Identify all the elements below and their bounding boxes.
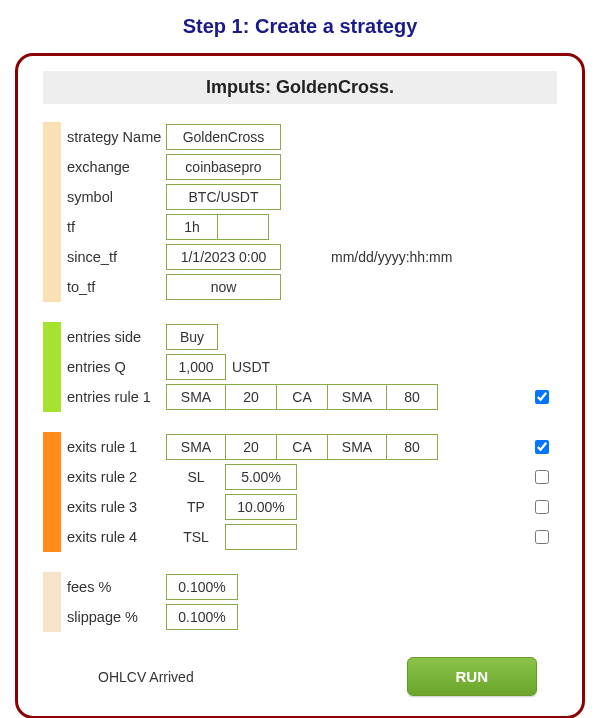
hint-since-tf: mm/dd/yyyy:hh:mm xyxy=(331,249,452,265)
input-since-tf[interactable]: 1/1/2023 0:00 xyxy=(166,244,281,270)
row-exits-rule2: exits rule 2 SL 5.00% xyxy=(61,462,557,492)
entries-section: entries side Buy entries Q 1,000 USDT en… xyxy=(43,322,557,412)
input-tf[interactable]: 1h xyxy=(166,214,218,240)
bottom-row: OHLCV Arrived RUN xyxy=(43,657,557,696)
row-exits-rule3: exits rule 3 TP 10.00% xyxy=(61,492,557,522)
config-color-bar xyxy=(43,122,61,302)
status-text: OHLCV Arrived xyxy=(98,669,194,685)
label-to-tf: to_tf xyxy=(61,279,166,295)
input-symbol[interactable]: BTC/USDT xyxy=(166,184,281,210)
checkbox-exits-rule1[interactable] xyxy=(535,440,549,454)
checkbox-entries-rule1[interactable] xyxy=(535,390,549,404)
label-symbol: symbol xyxy=(61,189,166,205)
input-entries-rule1-c3[interactable]: SMA xyxy=(327,384,387,410)
checkbox-exits-rule3[interactable] xyxy=(535,500,549,514)
label-since-tf: since_tf xyxy=(61,249,166,265)
input-exits-rule4-value[interactable] xyxy=(225,524,297,550)
row-symbol: symbol BTC/USDT xyxy=(61,182,557,212)
exits-color-bar xyxy=(43,432,61,552)
label-entries-rule1: entries rule 1 xyxy=(61,389,166,405)
label-slippage: slippage % xyxy=(61,609,166,625)
input-exits-rule3-value[interactable]: 10.00% xyxy=(225,494,297,520)
inputs-header: Imputs: GoldenCross. xyxy=(43,71,557,104)
strategy-panel: Imputs: GoldenCross. strategy Name Golde… xyxy=(15,53,585,718)
input-exits-rule1-c4[interactable]: 80 xyxy=(386,434,438,460)
input-tf-extra[interactable] xyxy=(217,214,269,240)
row-to-tf: to_tf now xyxy=(61,272,557,302)
label-exits-rule3: exits rule 3 xyxy=(61,499,166,515)
row-exchange: exchange coinbasepro xyxy=(61,152,557,182)
input-entries-rule1-c4[interactable]: 80 xyxy=(386,384,438,410)
input-entries-rule1-c0[interactable]: SMA xyxy=(166,384,226,410)
input-entries-q[interactable]: 1,000 xyxy=(166,354,226,380)
input-exits-rule4-type[interactable]: TSL xyxy=(166,524,226,550)
input-exits-rule1-c1[interactable]: 20 xyxy=(225,434,277,460)
input-fees[interactable]: 0.100% xyxy=(166,574,238,600)
row-entries-q: entries Q 1,000 USDT xyxy=(61,352,557,382)
input-entries-rule1-c2[interactable]: CA xyxy=(276,384,328,410)
label-exits-rule2: exits rule 2 xyxy=(61,469,166,485)
row-fees: fees % 0.100% xyxy=(61,572,557,602)
row-strategy-name: strategy Name GoldenCross xyxy=(61,122,557,152)
input-exits-rule1-c3[interactable]: SMA xyxy=(327,434,387,460)
row-exits-rule1: exits rule 1 SMA 20 CA SMA 80 xyxy=(61,432,557,462)
input-to-tf[interactable]: now xyxy=(166,274,281,300)
input-exits-rule1-c0[interactable]: SMA xyxy=(166,434,226,460)
row-slippage: slippage % 0.100% xyxy=(61,602,557,632)
row-exits-rule4: exits rule 4 TSL xyxy=(61,522,557,552)
checkbox-exits-rule2[interactable] xyxy=(535,470,549,484)
row-tf: tf 1h xyxy=(61,212,557,242)
exits-section: exits rule 1 SMA 20 CA SMA 80 exits rule… xyxy=(43,432,557,552)
label-exchange: exchange xyxy=(61,159,166,175)
input-exits-rule3-type[interactable]: TP xyxy=(166,494,226,520)
label-exits-rule4: exits rule 4 xyxy=(61,529,166,545)
entries-color-bar xyxy=(43,322,61,412)
input-exits-rule1-c2[interactable]: CA xyxy=(276,434,328,460)
checkbox-exits-rule4[interactable] xyxy=(535,530,549,544)
label-fees: fees % xyxy=(61,579,166,595)
label-strategy-name: strategy Name xyxy=(61,129,166,145)
label-entries-q: entries Q xyxy=(61,359,166,375)
costs-color-bar xyxy=(43,572,61,632)
input-exits-rule2-value[interactable]: 5.00% xyxy=(225,464,297,490)
input-entries-side[interactable]: Buy xyxy=(166,324,218,350)
unit-entries-q: USDT xyxy=(226,359,270,375)
label-entries-side: entries side xyxy=(61,329,166,345)
costs-section: fees % 0.100% slippage % 0.100% xyxy=(43,572,557,632)
input-exchange[interactable]: coinbasepro xyxy=(166,154,281,180)
input-slippage[interactable]: 0.100% xyxy=(166,604,238,630)
row-entries-side: entries side Buy xyxy=(61,322,557,352)
input-entries-rule1-c1[interactable]: 20 xyxy=(225,384,277,410)
run-button[interactable]: RUN xyxy=(407,657,538,696)
input-exits-rule2-type[interactable]: SL xyxy=(166,464,226,490)
row-since-tf: since_tf 1/1/2023 0:00 mm/dd/yyyy:hh:mm xyxy=(61,242,557,272)
label-exits-rule1: exits rule 1 xyxy=(61,439,166,455)
config-section: strategy Name GoldenCross exchange coinb… xyxy=(43,122,557,302)
label-tf: tf xyxy=(61,219,166,235)
row-entries-rule1: entries rule 1 SMA 20 CA SMA 80 xyxy=(61,382,557,412)
input-strategy-name[interactable]: GoldenCross xyxy=(166,124,281,150)
page-title: Step 1: Create a strategy xyxy=(0,0,600,48)
